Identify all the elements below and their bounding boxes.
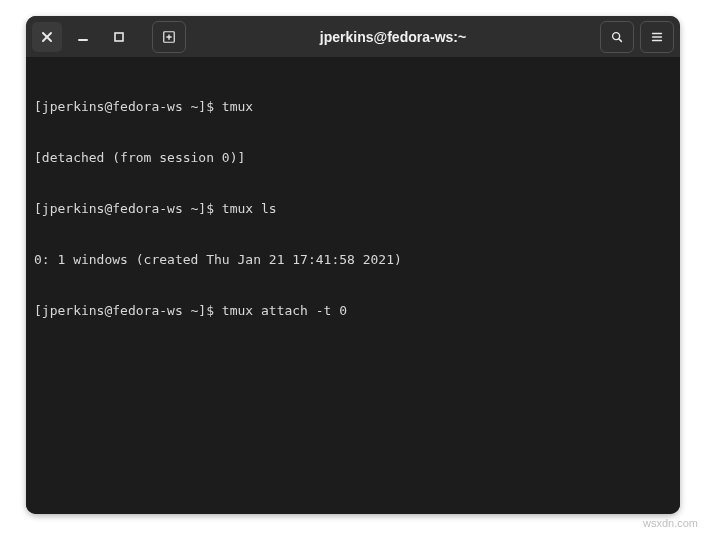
svg-line-8 — [619, 38, 622, 41]
close-button[interactable] — [32, 22, 62, 52]
terminal-line: [detached (from session 0)] — [34, 149, 672, 166]
prompt: [jperkins@fedora-ws ~]$ — [34, 201, 222, 216]
terminal-line: [jperkins@fedora-ws ~]$ tmux ls — [34, 200, 672, 217]
maximize-button[interactable] — [104, 22, 134, 52]
search-icon — [610, 30, 624, 44]
minimize-icon — [76, 30, 90, 44]
terminal-output[interactable]: [jperkins@fedora-ws ~]$ tmux [detached (… — [26, 58, 680, 514]
prompt: [jperkins@fedora-ws ~]$ — [34, 303, 222, 318]
titlebar: jperkins@fedora-ws:~ — [26, 16, 680, 58]
command: tmux — [222, 99, 253, 114]
minimize-button[interactable] — [68, 22, 98, 52]
terminal-line: [jperkins@fedora-ws ~]$ tmux — [34, 98, 672, 115]
command: tmux ls — [222, 201, 277, 216]
close-icon — [40, 30, 54, 44]
hamburger-icon — [650, 30, 664, 44]
terminal-window: jperkins@fedora-ws:~ [jperkins@fedora-ws… — [26, 16, 680, 514]
new-tab-icon — [162, 30, 176, 44]
command: tmux attach -t 0 — [222, 303, 347, 318]
search-button[interactable] — [600, 21, 634, 53]
maximize-icon — [112, 30, 126, 44]
new-tab-button[interactable] — [152, 21, 186, 53]
window-title: jperkins@fedora-ws:~ — [192, 29, 594, 45]
prompt: [jperkins@fedora-ws ~]$ — [34, 99, 222, 114]
terminal-line: 0: 1 windows (created Thu Jan 21 17:41:5… — [34, 251, 672, 268]
terminal-line: [jperkins@fedora-ws ~]$ tmux attach -t 0 — [34, 302, 672, 319]
svg-rect-3 — [115, 33, 123, 41]
watermark: wsxdn.com — [643, 517, 698, 529]
menu-button[interactable] — [640, 21, 674, 53]
